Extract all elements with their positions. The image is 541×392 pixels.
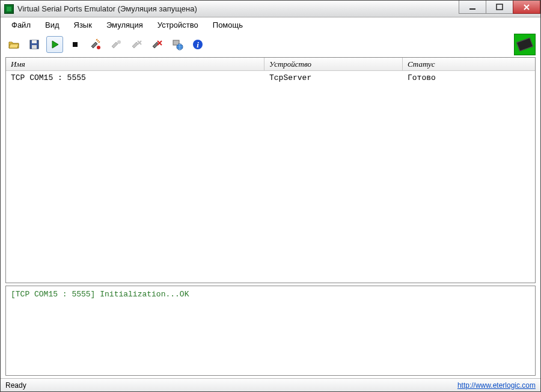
- delete-device-button[interactable]: [148, 36, 165, 53]
- menu-help[interactable]: Помощь: [207, 19, 249, 31]
- column-device[interactable]: Устройство: [264, 58, 403, 70]
- column-status[interactable]: Статус: [403, 58, 535, 70]
- menu-view[interactable]: Вид: [39, 19, 66, 31]
- list-header: Имя Устройство Статус: [6, 58, 535, 71]
- play-icon: [49, 38, 61, 51]
- close-icon: [522, 4, 531, 11]
- remove-device-icon: [130, 38, 142, 51]
- network-device-button[interactable]: [169, 36, 186, 53]
- device-list: Имя Устройство Статус TCP COM15 : 5555 T…: [5, 57, 536, 283]
- table-row[interactable]: TCP COM15 : 5555 TcpServer Готово: [6, 71, 535, 84]
- cell-name: TCP COM15 : 5555: [6, 71, 264, 84]
- svg-point-6: [97, 46, 100, 49]
- add-device-button[interactable]: [87, 36, 104, 53]
- svg-rect-1: [497, 4, 503, 10]
- app-icon: [4, 4, 14, 14]
- hardware-button[interactable]: [514, 34, 536, 55]
- stop-button[interactable]: [67, 36, 84, 53]
- svg-point-7: [117, 40, 121, 44]
- menubar: Файл Вид Язык Эмуляция Устройство Помощь: [1, 17, 540, 32]
- add-device2-icon: [110, 38, 122, 51]
- cell-device: TcpServer: [264, 71, 403, 84]
- svg-rect-3: [32, 40, 37, 43]
- close-button[interactable]: [513, 1, 540, 14]
- window-title: Virtual Serial Ports Emulator (Эмуляция …: [17, 4, 197, 13]
- svg-rect-0: [469, 8, 475, 10]
- save-icon: [28, 38, 40, 51]
- status-text: Ready: [5, 381, 26, 390]
- maximize-icon: [495, 4, 504, 11]
- log-pane[interactable]: [TCP COM15 : 5555] Initialization...OK: [5, 286, 536, 376]
- menu-device[interactable]: Устройство: [151, 19, 204, 31]
- svg-text:i: i: [197, 40, 199, 49]
- menu-emulation[interactable]: Эмуляция: [100, 19, 149, 31]
- stop-icon: [69, 38, 81, 51]
- play-button[interactable]: [46, 36, 63, 53]
- add-device-icon: [90, 38, 102, 51]
- add-device2-button[interactable]: [108, 36, 124, 53]
- info-button[interactable]: i: [189, 36, 206, 53]
- status-link[interactable]: http://www.eterlogic.com: [457, 381, 536, 390]
- statusbar: Ready http://www.eterlogic.com: [1, 378, 540, 391]
- window-controls: [459, 1, 540, 14]
- info-icon: i: [192, 38, 204, 51]
- cell-status: Готово: [403, 71, 535, 84]
- svg-rect-5: [73, 42, 78, 47]
- remove-device-button[interactable]: [128, 36, 145, 53]
- menu-language[interactable]: Язык: [68, 19, 98, 31]
- titlebar: Virtual Serial Ports Emulator (Эмуляция …: [1, 1, 540, 17]
- save-button[interactable]: [26, 36, 43, 53]
- minimize-button[interactable]: [459, 1, 486, 14]
- menu-file[interactable]: Файл: [5, 19, 37, 31]
- delete-device-icon: [151, 38, 163, 51]
- maximize-button[interactable]: [486, 1, 513, 14]
- content-area: Имя Устройство Статус TCP COM15 : 5555 T…: [1, 57, 540, 378]
- svg-rect-4: [32, 45, 37, 49]
- open-icon: [8, 38, 20, 51]
- list-body[interactable]: TCP COM15 : 5555 TcpServer Готово: [6, 71, 535, 283]
- column-name[interactable]: Имя: [6, 58, 264, 70]
- toolbar: i: [1, 32, 540, 57]
- open-button[interactable]: [5, 36, 22, 53]
- network-icon: [171, 38, 183, 51]
- log-line: [TCP COM15 : 5555] Initialization...OK: [11, 290, 530, 299]
- minimize-icon: [468, 4, 477, 11]
- app-window: Virtual Serial Ports Emulator (Эмуляция …: [0, 0, 541, 392]
